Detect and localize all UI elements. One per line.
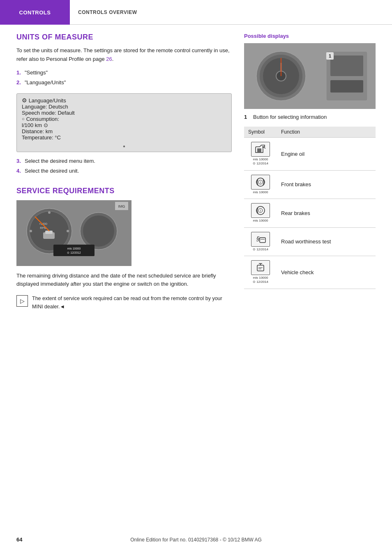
step-4: 4. Select the desired unit. (16, 167, 232, 175)
symbol-cell-4: § ⊙ 12/2014 (244, 227, 277, 256)
right-column: Possible displays 1 (244, 33, 376, 311)
svg-rect-9 (53, 245, 95, 256)
gear-icon: ⚙ (22, 97, 27, 104)
step-2-num: 2. (16, 79, 22, 87)
radio-icon: ○ (22, 116, 25, 121)
step-1-num: 1. (16, 69, 22, 77)
service-body: The remaining driving distance and the d… (16, 272, 232, 289)
svg-rect-38 (260, 238, 265, 243)
symbol-cell-5: mls 10000⊙ 12/2014 (244, 256, 277, 289)
step-2: 2. "Language/Units" (16, 79, 232, 87)
step-1-text: "Settings" (25, 69, 48, 77)
svg-text:§: § (256, 236, 260, 242)
units-intro-suffix: . (112, 56, 114, 62)
step-2-text: "Language/Units" (25, 79, 66, 87)
svg-rect-25 (330, 56, 363, 76)
rear-brakes-icon: I (251, 203, 270, 218)
units-intro-text: To set the units of measure. The setting… (16, 47, 230, 62)
dashboard-image: 1 (244, 43, 376, 109)
page-footer: 64 Online Edition for Part no. 014029173… (0, 537, 392, 543)
tab-controls[interactable]: CONTROLS (0, 0, 70, 25)
col-symbol: Symbol (244, 127, 277, 138)
table-row: § ⊙ 12/2014 Road worthiness test (244, 227, 376, 256)
step-3-text: Select the desired menu item. (25, 157, 95, 165)
step-3-num: 3. (16, 157, 22, 165)
step-1: 1. "Settings" (16, 69, 232, 77)
svg-point-4 (83, 215, 114, 247)
symbol-cell-1: mls 10000⊙ 12/2014 (244, 138, 277, 171)
svg-point-15 (48, 211, 51, 214)
service-title: SERVICE REQUIREMENTS (16, 187, 232, 195)
symbol-sub-3: mls 10000 (253, 219, 268, 223)
symbol-sub-1: mls 10000⊙ 12/2014 (253, 157, 268, 166)
possible-displays-title: Possible displays (244, 33, 376, 39)
units-section: UNITS OF MEASURE To set the units of mea… (16, 33, 232, 175)
scroll-right-icon: ⊙ (44, 122, 48, 128)
symbol-cell-2: I mls 10000 (244, 170, 277, 199)
symbol-img-1: mls 10000⊙ 12/2014 (251, 142, 270, 166)
note-text: The extent of service work required can … (32, 294, 232, 311)
note-icon: ▷ (16, 295, 28, 307)
svg-text:1: 1 (329, 53, 331, 58)
menu-item-temperature: Temperature: °C (22, 134, 226, 141)
symbol-sub-4: ⊙ 12/2014 (253, 247, 268, 252)
svg-text:mls 10000: mls 10000 (67, 247, 81, 250)
tab-controls-overview: CONTROLS OVERVIEW (70, 0, 392, 25)
button-desc: Button for selecting information (253, 114, 327, 120)
menu-item-distance: Distance: km (22, 128, 226, 134)
button-label-row: 1 Button for selecting information (244, 114, 376, 120)
footer-copyright: Online Edition for Part no. 01402917368 … (130, 537, 262, 543)
symbol-cell-3: I mls 10000 (244, 199, 277, 227)
symbol-table: Symbol Function (244, 127, 376, 289)
table-row: I mls 10000 Rear brakes (244, 199, 376, 227)
function-cell-5: Vehicle check (277, 256, 376, 289)
service-section: SERVICE REQUIREMENTS ×1000 RP (16, 187, 232, 311)
tab-secondary-label: CONTROLS OVERVIEW (78, 9, 137, 15)
svg-text:I: I (260, 180, 261, 184)
svg-rect-28 (330, 80, 363, 92)
symbol-img-2: I mls 10000 (251, 175, 270, 194)
units-intro-link[interactable]: 26 (106, 56, 112, 62)
left-column: UNITS OF MEASURE To set the units of mea… (16, 33, 244, 311)
col-function: Function (277, 127, 376, 138)
symbol-img-5: mls 10000⊙ 12/2014 (251, 260, 270, 284)
step-4-text: Select the desired unit. (25, 167, 79, 175)
front-brakes-icon: I (251, 175, 270, 190)
menu-item-speech: Speech mode: Default (22, 110, 226, 116)
symbol-img-3: I mls 10000 (251, 203, 270, 223)
table-row: mls 10000⊙ 12/2014 Vehicle check (244, 256, 376, 289)
note-box: ▷ The extent of service work required ca… (16, 294, 232, 311)
menu-item-consumption: ○Consumption: l/100 km ⊙ (22, 116, 226, 128)
function-cell-1: Engine oil (277, 138, 376, 171)
function-cell-3: Rear brakes (277, 199, 376, 227)
table-row: mls 10000⊙ 12/2014 Engine oil (244, 138, 376, 171)
menu-item-language: Language: Deutsch (22, 104, 226, 110)
svg-text:⊙ 12/2012: ⊙ 12/2012 (67, 251, 81, 254)
tab-controls-label: CONTROLS (19, 9, 51, 16)
table-row: I mls 10000 Front brakes (244, 170, 376, 199)
scroll-dot-icon: ● (123, 144, 125, 148)
menu-screenshot: ⚙ Language/Units Language: Deutsch Speec… (16, 93, 232, 152)
road-worthiness-icon: § (251, 232, 270, 247)
symbol-img-4: § ⊙ 12/2014 (251, 232, 270, 252)
units-title: UNITS OF MEASURE (16, 33, 232, 42)
step-4-num: 4. (16, 167, 22, 175)
steps-list: 1. "Settings" 2. "Language/Units" (16, 69, 232, 87)
symbol-sub-2: mls 10000 (253, 190, 268, 194)
svg-point-14 (67, 230, 69, 232)
page-container: CONTROLS CONTROLS OVERVIEW UNITS OF MEAS… (0, 0, 392, 555)
dashboard-svg: 1 (244, 43, 376, 109)
vehicle-check-icon (251, 260, 270, 275)
svg-text:I: I (260, 209, 261, 213)
symbol-sub-5: mls 10000⊙ 12/2014 (253, 276, 268, 284)
content-area: UNITS OF MEASURE To set the units of mea… (0, 33, 392, 327)
button-num: 1 (244, 114, 250, 120)
units-intro: To set the units of measure. The setting… (16, 46, 232, 64)
step-3: 3. Select the desired menu item. (16, 157, 232, 165)
steps-list-2: 3. Select the desired menu item. 4. Sele… (16, 157, 232, 175)
svg-rect-40 (257, 265, 264, 271)
header-bar: CONTROLS CONTROLS OVERVIEW (0, 0, 392, 25)
function-cell-2: Front brakes (277, 170, 376, 199)
arrow-right-icon: ▷ (20, 298, 25, 304)
page-number: 64 (16, 536, 22, 543)
